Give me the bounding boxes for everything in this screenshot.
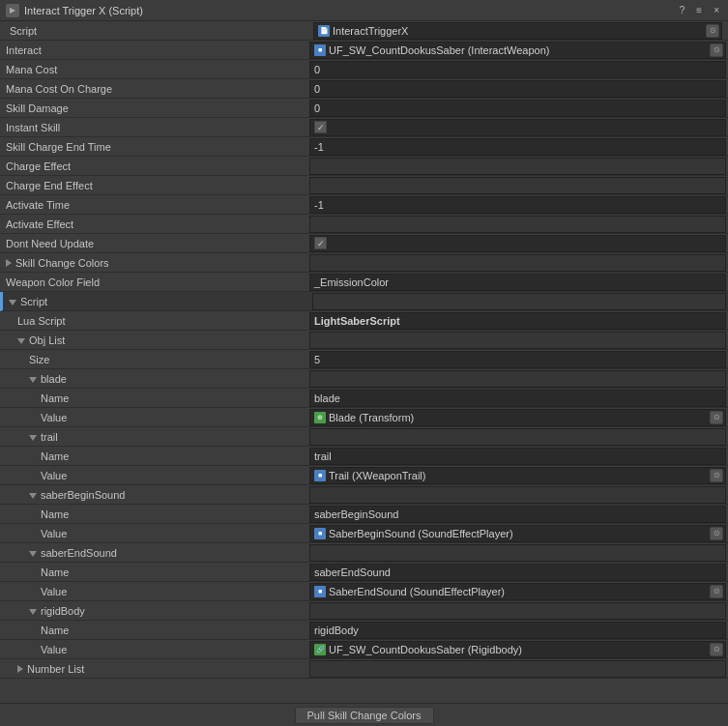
script-expand-icon (9, 300, 16, 305)
rigid-body-name-row: Name rigidBody (0, 621, 728, 640)
saber-begin-sound-name-label: Name (0, 508, 309, 520)
blade-section-row[interactable]: blade (0, 369, 728, 389)
activate-time-row: Activate Time -1 (0, 195, 728, 215)
script-section-header[interactable]: Script (0, 292, 728, 311)
obj-list-row[interactable]: Obj List (0, 331, 728, 350)
mana-cost-value[interactable]: 0 (309, 61, 726, 78)
saber-end-sound-icon: ■ (314, 586, 326, 597)
trail-section-row[interactable]: trail (0, 427, 728, 447)
skill-charge-end-time-label: Skill Charge End Time (0, 141, 309, 153)
activate-time-value[interactable]: -1 (309, 196, 726, 214)
weapon-color-field-label: Weapon Color Field (0, 276, 309, 288)
instant-skill-value[interactable]: ✓ (309, 119, 726, 136)
trail-name-row: Name trail (0, 447, 728, 466)
saber-begin-sound-section-label: saberBeginSound (0, 489, 309, 501)
saber-begin-sound-section-row[interactable]: saberBeginSound (0, 485, 728, 505)
number-list-section-row[interactable]: Number List (0, 659, 728, 679)
script-value[interactable]: 📄 InteractTriggerX ⊙ (313, 22, 722, 40)
obj-list-value (309, 332, 726, 349)
saber-begin-sound-expand-icon (29, 493, 37, 499)
charge-effect-label: Charge Effect (0, 160, 309, 172)
blade-name-value[interactable]: blade (309, 390, 726, 407)
saber-begin-sound-name-value[interactable]: saberBeginSound (309, 506, 726, 523)
blade-name-label: Name (0, 392, 309, 404)
saber-begin-sound-value-value[interactable]: ■ SaberBeginSound (SoundEffectPlayer) ⊙ (309, 525, 726, 542)
dont-need-update-checkbox[interactable]: ✓ (314, 237, 327, 249)
lua-script-label: Lua Script (0, 315, 309, 327)
saber-end-sound-section-row[interactable]: saberEndSound (0, 543, 728, 563)
mana-cost-charge-value[interactable]: 0 (309, 80, 726, 98)
dont-need-update-row: Dont Need Update ✓ (0, 234, 728, 253)
activate-effect-value[interactable] (309, 216, 726, 233)
saber-begin-sound-section-value (309, 486, 726, 504)
blade-expand-icon (29, 377, 37, 383)
interact-value[interactable]: ■ UF_SW_CountDookusSaber (InteractWeapon… (309, 42, 726, 59)
charge-end-effect-label: Charge End Effect (0, 180, 309, 191)
trail-section-label: trail (0, 431, 309, 443)
trail-section-value (309, 428, 726, 446)
weapon-color-field-value[interactable]: _EmissionColor (309, 274, 726, 291)
saber-end-sound-name-row: Name saberEndSound (0, 563, 728, 582)
rigid-body-name-value[interactable]: rigidBody (309, 622, 726, 639)
rigid-body-section-row[interactable]: rigidBody (0, 601, 728, 621)
activate-effect-row: Activate Effect (0, 215, 728, 234)
saber-end-sound-value-value[interactable]: ■ SaberEndSound (SoundEffectPlayer) ⊙ (309, 583, 726, 600)
script-select-button[interactable]: ⊙ (706, 24, 719, 38)
blade-select-button[interactable]: ⊙ (710, 411, 723, 424)
settings-button[interactable]: ≡ (693, 5, 705, 15)
help-button[interactable]: ? (677, 5, 688, 15)
dont-update-checkmark-icon: ✓ (317, 239, 325, 248)
charge-end-effect-row: Charge End Effect (0, 176, 728, 195)
obj-list-label: Obj List (0, 334, 309, 346)
checkmark-icon: ✓ (317, 123, 325, 132)
lua-script-row: Lua Script LightSaberScript (0, 311, 728, 331)
interact-row: Interact ■ UF_SW_CountDookusSaber (Inter… (0, 41, 728, 60)
skill-change-colors-value (309, 254, 726, 272)
saber-end-sound-obj-ref: ■ SaberEndSound (SoundEffectPlayer) (314, 586, 706, 597)
mana-cost-label: Mana Cost (0, 64, 309, 75)
rigid-body-select-button[interactable]: ⊙ (710, 643, 723, 656)
obj-list-expand-icon (17, 338, 25, 344)
skill-charge-end-time-value[interactable]: -1 (309, 138, 726, 156)
skill-change-colors-row[interactable]: Skill Change Colors (0, 253, 728, 273)
trail-select-button[interactable]: ⊙ (710, 469, 723, 482)
blade-section-value (309, 370, 726, 388)
obj-list-size-row: Size 5 (0, 350, 728, 369)
saber-end-sound-select-button[interactable]: ⊙ (710, 585, 723, 598)
trail-name-label: Name (0, 450, 309, 462)
saber-end-sound-value-row: Value ■ SaberEndSound (SoundEffectPlayer… (0, 582, 728, 601)
close-button[interactable]: × (711, 5, 722, 15)
charge-effect-value[interactable] (309, 158, 726, 175)
script-section-value (312, 293, 726, 310)
trail-value-value[interactable]: ■ Trail (XWeaponTrail) ⊙ (309, 467, 726, 484)
lua-script-value[interactable]: LightSaberScript (309, 312, 726, 330)
instant-skill-label: Instant Skill (0, 122, 309, 133)
rigid-body-value-row: Value 🔗 UF_SW_CountDookusSaber (Rigidbod… (0, 640, 728, 659)
pull-skill-change-colors-button[interactable]: Pull Skill Change Colors (295, 707, 434, 724)
trail-value-row: Value ■ Trail (XWeaponTrail) ⊙ (0, 466, 728, 485)
interact-select-button[interactable]: ⊙ (710, 44, 723, 57)
obj-list-size-value[interactable]: 5 (309, 351, 726, 368)
skill-damage-value[interactable]: 0 (309, 100, 726, 117)
collapse-arrow-icon (6, 259, 12, 267)
trail-value-label: Value (0, 470, 309, 481)
charge-end-effect-value[interactable] (309, 177, 726, 194)
saber-end-sound-name-value[interactable]: saberEndSound (309, 564, 726, 581)
instant-skill-checkbox[interactable]: ✓ (314, 121, 327, 133)
blade-value-value[interactable]: ⊕ Blade (Transform) ⊙ (309, 409, 726, 426)
rigid-body-value-value[interactable]: 🔗 UF_SW_CountDookusSaber (Rigidbody) ⊙ (309, 641, 726, 658)
script-file-icon: 📄 (318, 25, 330, 37)
number-list-expand-icon (17, 665, 23, 673)
skill-change-colors-label[interactable]: Skill Change Colors (0, 257, 309, 269)
script-section-label: Script (3, 296, 312, 307)
saber-end-sound-name-label: Name (0, 566, 309, 578)
dont-need-update-value[interactable]: ✓ (309, 235, 726, 252)
saber-begin-sound-select-button[interactable]: ⊙ (710, 527, 723, 540)
trail-name-value[interactable]: trail (309, 448, 726, 465)
trail-obj-ref: ■ Trail (XWeaponTrail) (314, 470, 706, 481)
saber-end-sound-section-value (309, 544, 726, 562)
blade-value-row: Value ⊕ Blade (Transform) ⊙ (0, 408, 728, 427)
saber-end-sound-section-label: saberEndSound (0, 547, 309, 559)
title-icon: ▶ (6, 4, 19, 17)
weapon-color-field-row: Weapon Color Field _EmissionColor (0, 273, 728, 292)
